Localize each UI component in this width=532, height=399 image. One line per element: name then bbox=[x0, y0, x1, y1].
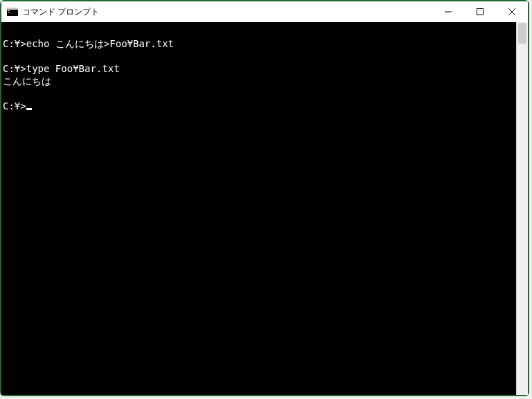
scrollbar-thumb[interactable] bbox=[518, 23, 526, 44]
terminal-line bbox=[3, 25, 515, 37]
svg-rect-2 bbox=[8, 10, 10, 11]
client-area: C:¥>echo こんにちは>Foo¥Bar.txtC:¥>type Foo¥B… bbox=[1, 22, 528, 395]
cursor bbox=[26, 108, 32, 110]
maximize-button[interactable] bbox=[464, 1, 496, 22]
terminal-line: C:¥> bbox=[3, 100, 515, 112]
window-frame: コマンド プロンプト C:¥>echo こんにちは>Foo¥Bar.txtC:¥… bbox=[0, 0, 529, 396]
window-title: コマンド プロンプト bbox=[22, 6, 99, 18]
close-button[interactable] bbox=[496, 1, 528, 22]
svg-rect-1 bbox=[7, 8, 18, 10]
close-icon bbox=[508, 8, 515, 15]
titlebar[interactable]: コマンド プロンプト bbox=[1, 1, 528, 22]
terminal-line: C:¥>type Foo¥Bar.txt bbox=[3, 62, 515, 75]
svg-rect-5 bbox=[477, 9, 484, 15]
maximize-icon bbox=[477, 8, 484, 15]
app-icon bbox=[7, 6, 18, 17]
terminal-output[interactable]: C:¥>echo こんにちは>Foo¥Bar.txtC:¥>type Foo¥B… bbox=[1, 22, 516, 395]
svg-rect-3 bbox=[8, 12, 10, 12]
minimize-icon bbox=[445, 8, 452, 15]
terminal-line bbox=[3, 50, 515, 62]
terminal-line: C:¥>echo こんにちは>Foo¥Bar.txt bbox=[3, 37, 515, 50]
minimize-button[interactable] bbox=[432, 1, 464, 22]
vertical-scrollbar[interactable] bbox=[516, 22, 528, 395]
terminal-line bbox=[3, 87, 515, 100]
svg-rect-4 bbox=[445, 12, 452, 12]
terminal-line: こんにちは bbox=[3, 75, 515, 87]
